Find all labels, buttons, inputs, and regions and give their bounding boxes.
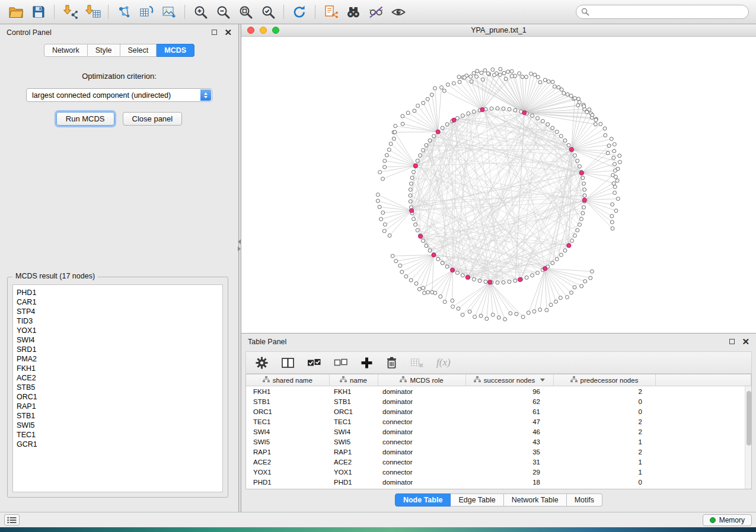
- table-cell[interactable]: STB1: [329, 396, 378, 406]
- table-cell[interactable]: connector: [378, 457, 465, 467]
- table-cell[interactable]: 2: [553, 416, 655, 427]
- column-header-name[interactable]: name: [329, 374, 378, 386]
- collapse-left-icon[interactable]: [238, 239, 241, 244]
- table-cell[interactable]: 47: [465, 416, 553, 427]
- mcds-result-item[interactable]: SWI4: [17, 335, 219, 345]
- table-row[interactable]: SWI4SWI4dominator462: [246, 427, 751, 437]
- tab-select[interactable]: Select: [120, 44, 157, 57]
- table-row[interactable]: PHD1PHD1dominator180: [246, 477, 751, 487]
- close-panel-icon[interactable]: ✕: [224, 28, 232, 37]
- table-cell[interactable]: 1: [553, 467, 655, 477]
- table-row[interactable]: RAP1RAP1dominator352: [246, 447, 751, 457]
- tab-network[interactable]: Network: [44, 44, 88, 57]
- memory-button[interactable]: Memory: [703, 514, 752, 526]
- table-cell[interactable]: SWI4: [329, 427, 378, 437]
- table-cell[interactable]: 29: [465, 467, 553, 477]
- column-header-MCDS-role[interactable]: MCDS role: [378, 374, 465, 386]
- table-cell[interactable]: ORC1: [246, 406, 329, 416]
- table-cell[interactable]: FKH1: [329, 386, 378, 397]
- table-cell[interactable]: dominator: [378, 396, 465, 406]
- save-session-icon[interactable]: [30, 3, 47, 21]
- zoom-selected-icon[interactable]: [259, 3, 277, 21]
- settings-gear-icon[interactable]: [255, 356, 269, 370]
- task-history-button[interactable]: [4, 514, 20, 525]
- network-canvas[interactable]: [241, 37, 756, 333]
- mcds-result-item[interactable]: FKH1: [17, 364, 219, 373]
- mcds-result-item[interactable]: ACE2: [17, 373, 219, 383]
- split-columns-icon[interactable]: [281, 357, 295, 369]
- float-panel-icon[interactable]: [212, 30, 217, 35]
- mcds-result-item[interactable]: GCR1: [17, 440, 219, 449]
- binoculars-icon[interactable]: [344, 3, 362, 21]
- table-cell[interactable]: 43: [465, 437, 553, 447]
- table-cell[interactable]: dominator: [378, 427, 465, 437]
- select-all-icon[interactable]: [307, 357, 321, 368]
- table-scrollbar[interactable]: [745, 386, 751, 489]
- table-cell[interactable]: 0: [553, 406, 655, 416]
- mcds-result-item[interactable]: TEC1: [17, 430, 219, 440]
- table-cell[interactable]: dominator: [378, 477, 465, 487]
- search-input[interactable]: [576, 5, 749, 19]
- table-cell[interactable]: RAP1: [329, 447, 378, 457]
- table-cell[interactable]: 1: [553, 457, 655, 467]
- table-cell[interactable]: 0: [553, 396, 655, 406]
- tab-mcds[interactable]: MCDS: [157, 44, 194, 57]
- table-cell[interactable]: PHD1: [329, 477, 378, 487]
- show-details-icon[interactable]: [390, 3, 407, 21]
- table-scrollbar-thumb[interactable]: [747, 391, 751, 446]
- table-cell[interactable]: YOX1: [329, 467, 378, 477]
- mcds-result-item[interactable]: RAP1: [17, 402, 219, 411]
- table-cell[interactable]: RAP1: [246, 447, 329, 457]
- network-window-titlebar[interactable]: YPA_prune.txt_1: [241, 24, 756, 37]
- table-cell[interactable]: 1: [553, 437, 655, 447]
- optimization-criterion-select[interactable]: largest connected component (undirected): [26, 88, 212, 102]
- collapse-right-icon[interactable]: [238, 246, 241, 251]
- table-cell[interactable]: dominator: [378, 386, 465, 397]
- close-panel-button[interactable]: Close panel: [123, 112, 183, 126]
- table-cell[interactable]: SWI4: [246, 427, 329, 437]
- tab-motifs[interactable]: Motifs: [567, 493, 602, 507]
- table-cell[interactable]: 2: [553, 386, 655, 397]
- table-cell[interactable]: STB1: [246, 396, 329, 406]
- table-cell[interactable]: 96: [465, 386, 553, 397]
- table-cell[interactable]: 2: [553, 447, 655, 457]
- table-cell[interactable]: connector: [378, 416, 465, 427]
- table-cell[interactable]: 18: [465, 477, 553, 487]
- table-cell[interactable]: SWI5: [246, 437, 329, 447]
- table-cell[interactable]: connector: [378, 467, 465, 477]
- clone-network-icon[interactable]: [138, 3, 155, 21]
- run-mcds-button[interactable]: Run MCDS: [56, 112, 114, 126]
- import-network-icon[interactable]: [61, 3, 79, 21]
- delete-column-icon[interactable]: [385, 356, 398, 369]
- hide-details-icon[interactable]: [367, 3, 385, 21]
- table-cell[interactable]: 31: [465, 457, 553, 467]
- new-network-icon[interactable]: [115, 3, 133, 21]
- mcds-result-item[interactable]: YOX1: [17, 326, 219, 335]
- mcds-result-item[interactable]: STB5: [17, 383, 219, 392]
- table-cell[interactable]: FKH1: [246, 386, 329, 397]
- table-cell[interactable]: 62: [465, 396, 553, 406]
- mcds-result-item[interactable]: STB1: [17, 411, 219, 421]
- table-row[interactable]: YOX1YOX1connector291: [246, 467, 751, 477]
- window-close-traffic-light[interactable]: [247, 27, 254, 34]
- table-row[interactable]: ACE2ACE2connector311: [246, 457, 751, 467]
- mcds-result-item[interactable]: CAR1: [17, 297, 219, 307]
- table-cell[interactable]: SWI5: [329, 437, 378, 447]
- zoom-out-icon[interactable]: [214, 3, 232, 21]
- deselect-all-icon[interactable]: [334, 357, 348, 368]
- mcds-result-item[interactable]: PMA2: [17, 354, 219, 364]
- table-cell[interactable]: 0: [553, 477, 655, 487]
- window-minimize-traffic-light[interactable]: [260, 27, 267, 34]
- table-cell[interactable]: YOX1: [246, 467, 329, 477]
- sort-caret-icon[interactable]: [540, 379, 545, 382]
- table-row[interactable]: TEC1TEC1connector472: [246, 416, 751, 427]
- table-cell[interactable]: ACE2: [329, 457, 378, 467]
- table-cell[interactable]: 46: [465, 427, 553, 437]
- table-cell[interactable]: 35: [465, 447, 553, 457]
- table-cell[interactable]: ORC1: [329, 406, 378, 416]
- zoom-in-icon[interactable]: [192, 3, 209, 21]
- import-table-icon[interactable]: [84, 3, 101, 21]
- table-cell[interactable]: dominator: [378, 447, 465, 457]
- table-cell[interactable]: ACE2: [246, 457, 329, 467]
- window-zoom-traffic-light[interactable]: [272, 27, 279, 34]
